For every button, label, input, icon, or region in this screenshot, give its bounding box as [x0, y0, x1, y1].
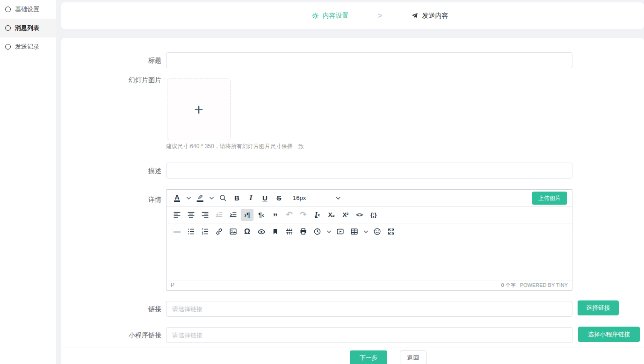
sidebar-item-label: 发送记录 [15, 43, 39, 51]
video-icon [336, 228, 344, 236]
step-content-settings[interactable]: 内容设置 [311, 12, 349, 20]
superscript-button[interactable]: X² [339, 209, 352, 221]
sidebar: 基础设置 消息列表 发送记录 [0, 0, 56, 364]
chevron-down-icon [336, 197, 340, 200]
underline-button[interactable]: U [259, 192, 271, 204]
ltr-icon: ›¶ [244, 211, 250, 219]
mini-link-input[interactable] [166, 327, 572, 343]
editor-toolbar-row2: ›¶ ¶‹ ” ↶ ↷ Ix X₂ X² <> {;} [166, 207, 572, 223]
print-button[interactable] [297, 226, 310, 238]
bold-icon: B [234, 194, 239, 202]
outdent-icon [215, 211, 223, 219]
code-icon: <> [356, 211, 362, 218]
rtl-button[interactable]: ¶‹ [255, 209, 268, 221]
subscript-button[interactable]: X₂ [325, 209, 338, 221]
chevron-down-icon [327, 230, 331, 233]
editor-toolbar-row1: A ✎ B I U S 16px 上传图片 [166, 190, 572, 207]
strikethrough-button[interactable]: S [273, 192, 285, 204]
powered-by-tiny[interactable]: POWERED BY TINY [520, 282, 568, 288]
font-size-value: 16px [293, 194, 306, 201]
bold-button[interactable]: B [231, 192, 243, 204]
superscript-icon: X² [343, 211, 348, 218]
bullet-list-button[interactable] [185, 226, 197, 238]
align-center-button[interactable] [185, 209, 197, 221]
step-send-content[interactable]: 发送内容 [411, 12, 448, 20]
font-size-select[interactable]: 16px [290, 192, 343, 204]
table-button[interactable] [348, 226, 361, 238]
sidebar-item-basic-settings[interactable]: 基础设置 [0, 0, 56, 19]
numbered-list-button[interactable] [199, 226, 211, 238]
insert-datetime-button[interactable] [311, 226, 324, 238]
circle-icon [5, 44, 11, 50]
undo-button[interactable]: ↶ [283, 209, 296, 221]
fullscreen-button[interactable] [385, 226, 398, 238]
stepper-card: 内容设置 > 发送内容 [61, 2, 644, 29]
background-color-button[interactable]: ✎ [194, 192, 206, 204]
step-label: 发送内容 [422, 12, 448, 20]
page-break-button[interactable] [283, 226, 296, 238]
sidebar-item-message-list[interactable]: 消息列表 [0, 19, 56, 37]
italic-icon: I [250, 194, 253, 202]
back-button[interactable]: 返回 [400, 350, 427, 364]
background-color-menu-button[interactable] [208, 192, 215, 204]
image-button[interactable] [227, 226, 239, 238]
content-settings-form: 标题 幻灯片图片 + 建议尺寸:640 * 350，请将所有幻灯片图片尺寸保持一… [61, 38, 644, 364]
preview-button[interactable] [255, 226, 268, 238]
choose-link-button[interactable]: 选择链接 [578, 300, 619, 315]
redo-icon: ↷ [300, 210, 306, 220]
special-character-button[interactable]: Ω [241, 226, 253, 238]
plus-icon: + [194, 101, 203, 117]
italic-button[interactable]: I [245, 192, 257, 204]
next-step-button[interactable]: 下一步 [350, 350, 387, 364]
align-right-button[interactable] [199, 209, 211, 221]
sidebar-item-send-records[interactable]: 发送记录 [0, 37, 56, 56]
description-input[interactable] [166, 163, 572, 178]
clear-formatting-button[interactable]: Ix [311, 209, 324, 221]
redo-button[interactable]: ↷ [297, 209, 310, 221]
anchor-button[interactable] [269, 226, 282, 238]
blockquote-button[interactable]: ” [269, 209, 282, 221]
upload-image-button[interactable]: 上传图片 [532, 192, 567, 205]
outdent-button[interactable] [213, 209, 225, 221]
align-left-button[interactable] [171, 209, 183, 221]
step-separator: > [378, 11, 383, 21]
choose-mini-link-button[interactable]: 选择小程序链接 [578, 327, 640, 342]
page-break-icon [285, 228, 293, 236]
horizontal-rule-button[interactable]: — [171, 226, 183, 238]
link-input[interactable] [166, 301, 572, 317]
title-label: 标题 [61, 52, 161, 68]
chevron-down-icon [187, 197, 191, 200]
table-menu-button[interactable] [362, 226, 369, 238]
text-color-menu-button[interactable] [185, 192, 192, 204]
smiley-icon [373, 228, 381, 236]
insert-datetime-menu-button[interactable] [325, 226, 333, 238]
title-input[interactable] [166, 52, 572, 68]
editor-toolbar-row3: — Ω [166, 223, 572, 240]
sidebar-item-label: 消息列表 [15, 24, 39, 32]
media-button[interactable] [334, 226, 347, 238]
footer-divider [61, 348, 644, 348]
emoticons-button[interactable] [371, 226, 384, 238]
code-button[interactable]: <> [353, 209, 366, 221]
background-color-icon: ✎ [197, 194, 203, 202]
code-sample-button[interactable]: {;} [367, 209, 380, 221]
link-icon [215, 228, 223, 236]
slide-upload-box[interactable]: + [167, 79, 231, 140]
indent-button[interactable] [227, 209, 239, 221]
stepper: 内容设置 > 发送内容 [311, 11, 449, 21]
table-icon [350, 228, 358, 236]
numbered-list-icon [201, 228, 209, 236]
slides-size-hint: 建议尺寸:640 * 350，请将所有幻灯片图片尺寸保持一致 [166, 143, 304, 150]
align-left-icon [173, 211, 181, 219]
clock-icon [313, 228, 321, 236]
ltr-button[interactable]: ›¶ [241, 209, 253, 221]
link-button[interactable] [213, 226, 225, 238]
slides-label: 幻灯片图片 [61, 75, 161, 85]
search-replace-button[interactable] [217, 192, 229, 204]
align-center-icon [187, 211, 195, 219]
text-color-button[interactable]: A [171, 192, 183, 204]
chevron-down-icon [364, 230, 368, 233]
link-label: 链接 [61, 301, 161, 317]
rtl-icon: ¶‹ [258, 211, 264, 219]
editor-content-area[interactable] [166, 240, 572, 280]
